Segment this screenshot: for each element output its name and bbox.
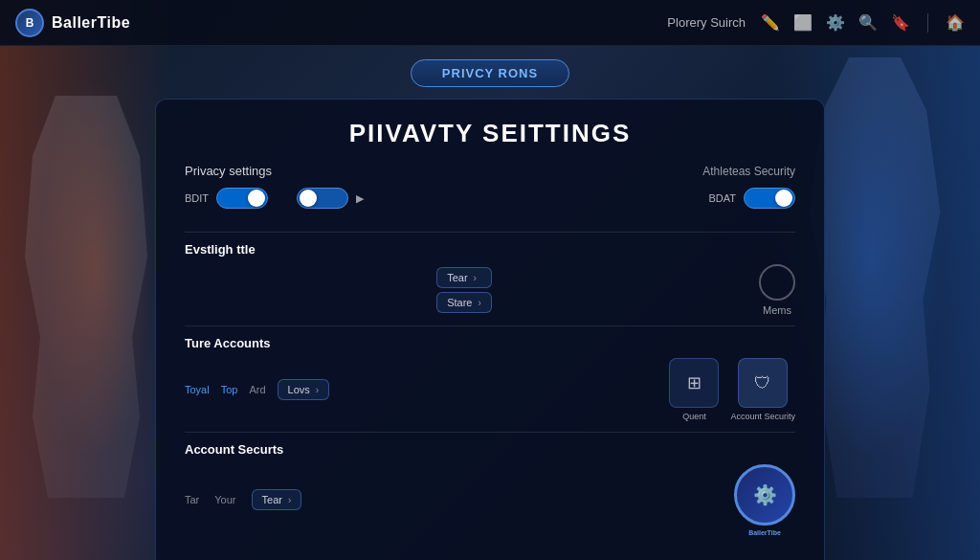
lovs-dropdown-btn[interactable]: Lovs ›: [278, 379, 330, 400]
panel-title: PIIVAVTY SEITTINGS: [185, 119, 795, 148]
privacy-section-right: Athleteas Security: [702, 165, 795, 178]
privacy-settings-section: Privacy settings Athleteas Security BDIT…: [185, 164, 795, 232]
quent-icon-box[interactable]: ⊞: [669, 358, 719, 408]
toggle2-track[interactable]: [297, 188, 348, 209]
toggle1-label: BDIT: [185, 192, 209, 204]
toggle3-thumb: [775, 190, 792, 207]
logo-area: B BallerTibe: [15, 9, 130, 37]
privacy-section-header: Privacy settings Athleteas Security: [185, 164, 795, 178]
account-security-box[interactable]: 🛡: [738, 358, 788, 408]
stare-dropdown-btn[interactable]: Stare ›: [436, 292, 492, 313]
privacy-tab-label: PRIVCY RONS: [442, 66, 538, 80]
mems-col: Mems: [759, 264, 795, 316]
stare-label: Stare: [447, 297, 472, 308]
toggle-group-3: BDAT: [708, 188, 795, 209]
bookmark-icon[interactable]: 🔖: [891, 13, 910, 32]
edit-icon[interactable]: ✏️: [761, 13, 780, 32]
search-icon[interactable]: 🔍: [858, 13, 878, 32]
ballertibe-badge-col: ⚙️ BallerTibe: [734, 464, 795, 536]
tear-account-label: Tear: [262, 494, 282, 505]
account-securts-section: Account Securts Tar Your Tear › ⚙️ Balle…: [185, 432, 795, 546]
lovs-arrow: ›: [316, 385, 319, 395]
stare-arrow: ›: [478, 298, 480, 308]
toggle1-track[interactable]: [216, 188, 268, 209]
ture-accounts-section: Ture Accounts Toyal Top Ard Lovs › ⊞ Que…: [185, 325, 795, 432]
main-content: PRIVCY RONS PIIVAVTY SEITTINGS Privacy s…: [0, 46, 980, 560]
toggle2-thumb: [300, 190, 317, 207]
ballertibe-badge-text: BallerTibe: [748, 529, 781, 536]
ballertibe-badge-icon: ⚙️: [753, 483, 777, 506]
logo-letter: B: [26, 16, 34, 30]
quent-col: ⊞ Quent: [669, 358, 719, 422]
privacy-section-label: Privacy settings: [185, 164, 272, 178]
account-security-col: 🛡 Account Security: [730, 358, 795, 422]
ballertibe-badge[interactable]: ⚙️: [734, 464, 795, 526]
logo-text: BallerTibe: [52, 14, 130, 32]
tear-label: Tear: [447, 272, 467, 283]
navbar: B BallerTibe Plorery Suirch ✏️ ⬜ ⚙️ 🔍 🔖 …: [0, 0, 980, 46]
toggle3-track[interactable]: [744, 188, 795, 209]
top-label[interactable]: Top: [221, 384, 238, 395]
privacy-tab-button[interactable]: PRIVCY RONS: [411, 59, 569, 87]
ture-accounts-title: Ture Accounts: [185, 336, 795, 350]
quent-icon: ⊞: [687, 372, 702, 393]
ard-label: Ard: [249, 384, 265, 395]
evstligh-section: Evstligh ttle Tear › Stare › Mems: [185, 232, 795, 325]
tear-arrow: ›: [474, 273, 477, 283]
nav-divider: [927, 13, 928, 33]
settings-panel: PIIVAVTY SEITTINGS Privacy settings Athl…: [155, 99, 825, 560]
toggles-row: BDIT ▶ BDAT: [185, 188, 795, 209]
account-securts-row: Tar Your Tear › ⚙️ BallerTibe: [185, 464, 795, 536]
tear-account-arrow: ›: [288, 495, 291, 505]
toggle2-arrow: ▶: [356, 192, 364, 205]
toggle3-label: BDAT: [708, 192, 736, 204]
tear-dropdown-btn[interactable]: Tear ›: [436, 267, 492, 288]
lovs-label: Lovs: [288, 384, 310, 395]
tear-stare-group: Tear › Stare ›: [436, 267, 492, 313]
account-security-icon: 🛡: [754, 373, 771, 393]
tar-label: Tar: [185, 494, 199, 505]
nav-icons: ✏️ ⬜ ⚙️ 🔍 🔖 🏠: [761, 13, 965, 33]
account-security-label: Account Security: [730, 412, 795, 422]
gear-icon[interactable]: ⚙️: [826, 13, 845, 32]
home-icon[interactable]: 🏠: [946, 13, 965, 32]
quent-label: Quent: [682, 412, 706, 422]
evstligh-title: Evstligh ttle: [185, 242, 795, 257]
nav-search-text: Plorery Suirch: [667, 15, 746, 30]
logo-circle: B: [15, 9, 44, 37]
account-securts-title: Account Securts: [185, 442, 795, 457]
display-icon[interactable]: ⬜: [793, 13, 813, 32]
toyal-label[interactable]: Toyal: [185, 384, 210, 395]
your-label: Your: [214, 494, 235, 505]
toggle1-thumb: [248, 190, 265, 207]
evstligh-content: Tear › Stare › Mems: [185, 264, 795, 316]
mems-label: Mems: [763, 304, 791, 316]
toggle-group-2: ▶: [297, 188, 364, 209]
toggle-group-1: BDIT: [185, 188, 268, 209]
tear-account-dropdown-btn[interactable]: Tear ›: [252, 489, 302, 510]
ture-row: Toyal Top Ard Lovs › ⊞ Quent 🛡: [185, 358, 795, 422]
mems-icon[interactable]: [759, 264, 795, 301]
